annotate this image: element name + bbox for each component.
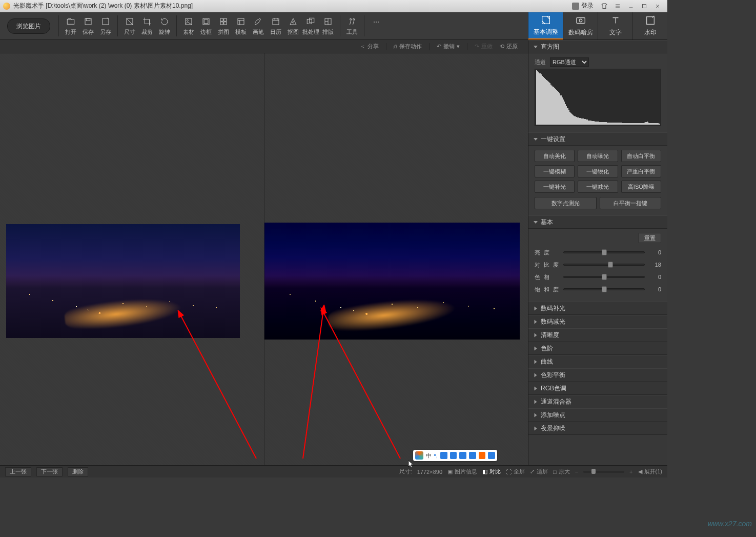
tool-crop[interactable]: 裁剪 bbox=[138, 12, 156, 39]
slider-饱和度: 饱 和 度0 bbox=[535, 283, 661, 295]
section-oneclick-header[interactable]: 一键设置 bbox=[528, 132, 667, 146]
tool-save[interactable]: 保存 bbox=[79, 12, 97, 39]
ime-toolbar[interactable]: 中 •, bbox=[413, 450, 497, 461]
reset-button[interactable]: 重置 bbox=[639, 233, 661, 243]
tool-border[interactable]: 边框 bbox=[197, 12, 215, 39]
menu-button[interactable] bbox=[611, 2, 624, 11]
tool-collage[interactable]: 拼图 bbox=[215, 12, 232, 39]
size-icon bbox=[125, 16, 135, 27]
tool-layout[interactable]: 排版 bbox=[319, 12, 337, 39]
browse-images-button[interactable]: 浏览图片 bbox=[7, 18, 50, 34]
oneclick-一键模糊[interactable]: 一键模糊 bbox=[535, 165, 575, 177]
tool-size[interactable]: 尺寸 bbox=[121, 12, 138, 39]
svg-rect-9 bbox=[204, 19, 208, 24]
share-button[interactable]: ＜ 分享 bbox=[360, 43, 379, 50]
save-action-button[interactable]: ⎙ 保存动作 bbox=[394, 43, 422, 50]
chevron-down-icon bbox=[534, 221, 538, 224]
login-label: 登录 bbox=[581, 2, 594, 10]
next-image-button[interactable]: 下一张 bbox=[36, 467, 63, 476]
slider-track[interactable] bbox=[563, 251, 645, 253]
section-曲线[interactable]: 曲线 bbox=[528, 355, 667, 368]
prev-image-button[interactable]: 上一张 bbox=[5, 467, 31, 476]
oneclick-自动美化[interactable]: 自动美化 bbox=[535, 150, 575, 162]
section-RGB色调[interactable]: RGB色调 bbox=[528, 382, 667, 395]
histogram-body: 通道 RGB通道 bbox=[528, 53, 667, 132]
mode-tab-basic[interactable]: 基本调整 bbox=[528, 12, 563, 39]
section-通道混合器[interactable]: 通道混合器 bbox=[528, 395, 667, 408]
chevron-right-icon bbox=[535, 413, 537, 417]
basic-body: 重置 亮 度0对 比 度18色 相0饱 和 度0 bbox=[528, 229, 667, 302]
slider-track[interactable] bbox=[563, 276, 645, 278]
oneclick-白平衡一指键[interactable]: 白平衡一指键 bbox=[600, 197, 662, 209]
compare-pane-right[interactable]: 中 •, bbox=[264, 53, 528, 465]
svg-rect-6 bbox=[186, 18, 192, 25]
oneclick-一键补光[interactable]: 一键补光 bbox=[535, 181, 575, 193]
mode-tab-watermark[interactable]: 水印 bbox=[632, 12, 667, 39]
more-tools-button[interactable]: ⋯ bbox=[367, 12, 385, 39]
section-色阶[interactable]: 色阶 bbox=[528, 342, 667, 355]
redo-button[interactable]: ↷ 重做 bbox=[475, 43, 493, 50]
status-bar: 上一张 下一张 删除 尺寸: 1772×890 ▣ 图片信息 ◧ 对比 ⛶ 全屏… bbox=[0, 465, 667, 478]
fit-screen-button[interactable]: ⤢ 适屏 bbox=[530, 468, 548, 475]
oneclick-自动曝光[interactable]: 自动曝光 bbox=[578, 150, 618, 162]
more-icon: ⋯ bbox=[371, 17, 381, 27]
slider-track[interactable] bbox=[563, 264, 645, 266]
tool-brush[interactable]: 画笔 bbox=[250, 12, 267, 39]
expand-panel-button[interactable]: ◀ 展开(1) bbox=[638, 468, 662, 475]
fullscreen-button[interactable]: ⛶ 全屏 bbox=[506, 468, 525, 475]
section-数码补光[interactable]: 数码补光 bbox=[528, 302, 667, 315]
slider-色相: 色 相0 bbox=[535, 271, 661, 283]
login-button[interactable]: 登录 bbox=[572, 2, 594, 10]
mode-tabs: 基本调整数码暗房文字水印 bbox=[528, 12, 667, 39]
tool-rotate[interactable]: 旋转 bbox=[156, 12, 173, 39]
svg-rect-10 bbox=[220, 18, 223, 21]
tool-material[interactable]: 素材 bbox=[180, 12, 197, 39]
shirt-icon bbox=[459, 452, 466, 459]
oneclick-数字点测光[interactable]: 数字点测光 bbox=[535, 197, 597, 209]
tool-open[interactable]: 打开 bbox=[62, 12, 79, 39]
tool-template[interactable]: 模板 bbox=[232, 12, 250, 39]
oneclick-一键减光[interactable]: 一键减光 bbox=[578, 181, 618, 193]
maximize-button[interactable] bbox=[638, 2, 651, 11]
svg-rect-3 bbox=[86, 18, 90, 21]
oneclick-高ISO降噪[interactable]: 高ISO降噪 bbox=[621, 181, 661, 193]
slider-track[interactable] bbox=[563, 288, 645, 290]
oneclick-一键锐化[interactable]: 一键锐化 bbox=[578, 165, 618, 177]
oneclick-严重白平衡[interactable]: 严重白平衡 bbox=[621, 165, 661, 177]
skin-button[interactable] bbox=[598, 2, 611, 11]
section-basic-header[interactable]: 基本 bbox=[528, 215, 667, 229]
mode-tab-darkroom[interactable]: 数码暗房 bbox=[563, 12, 598, 39]
restore-button[interactable]: ⟲ 还原 bbox=[500, 43, 518, 50]
svg-rect-22 bbox=[542, 16, 549, 24]
channel-select[interactable]: RGB通道 bbox=[550, 57, 589, 67]
tool-calendar[interactable]: 日历 bbox=[267, 12, 284, 39]
main-toolbar: 浏览图片 打开保存另存尺寸裁剪旋转素材边框拼图模板画笔日历抠图批处理排版工具 ⋯… bbox=[0, 12, 667, 40]
zoom-slider[interactable] bbox=[583, 471, 624, 473]
section-夜景抑噪[interactable]: 夜景抑噪 bbox=[528, 422, 667, 435]
mode-tab-text[interactable]: 文字 bbox=[598, 12, 632, 39]
compare-button[interactable]: ◧ 对比 bbox=[482, 468, 501, 475]
tool-settings[interactable]: 工具 bbox=[343, 12, 361, 39]
chevron-down-icon bbox=[534, 46, 538, 48]
border-icon bbox=[201, 16, 211, 27]
section-添加噪点[interactable]: 添加噪点 bbox=[528, 408, 667, 422]
section-色彩平衡[interactable]: 色彩平衡 bbox=[528, 368, 667, 382]
svg-rect-12 bbox=[220, 22, 223, 24]
section-数码减光[interactable]: 数码减光 bbox=[528, 315, 667, 328]
text-icon bbox=[609, 15, 622, 26]
image-info-button[interactable]: ▣ 图片信息 bbox=[447, 468, 477, 475]
delete-button[interactable]: 删除 bbox=[68, 467, 88, 476]
section-清晰度[interactable]: 清晰度 bbox=[528, 328, 667, 342]
close-button[interactable] bbox=[651, 2, 664, 11]
oneclick-自动白平衡[interactable]: 自动白平衡 bbox=[621, 150, 661, 162]
original-size-button[interactable]: □ 原大 bbox=[553, 468, 570, 475]
tool-cutout[interactable]: 抠图 bbox=[284, 12, 302, 39]
undo-button[interactable]: ↶ 撤销 ▾ bbox=[437, 43, 460, 50]
compare-pane-left[interactable] bbox=[0, 53, 264, 465]
window-title: 光影魔术手 [D:\tools\桌面\work (2) \work (0) 素材… bbox=[13, 2, 572, 10]
tool-saveas[interactable]: 另存 bbox=[97, 12, 114, 39]
section-histogram-header[interactable]: 直方图 bbox=[528, 40, 667, 53]
tool-batch[interactable]: 批处理 bbox=[302, 12, 319, 39]
svg-point-21 bbox=[353, 18, 355, 20]
minimize-button[interactable] bbox=[624, 2, 638, 11]
